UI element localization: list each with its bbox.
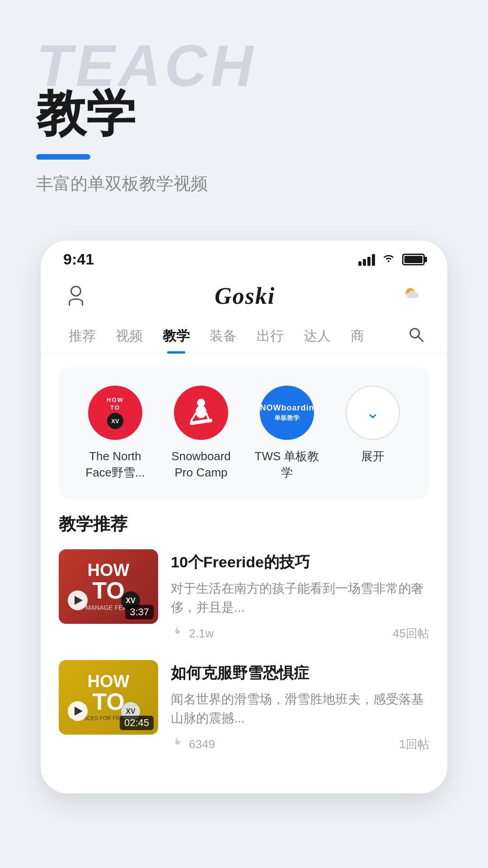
status-bar: 9:41: [41, 241, 447, 273]
tab-gear[interactable]: 装备: [200, 319, 247, 354]
expand-icon: ⌄: [346, 386, 400, 440]
rec-views-1: 2.1w: [171, 625, 214, 642]
tab-recommend[interactable]: 推荐: [59, 319, 106, 354]
spc-label: Snowboard Pro Camp: [165, 448, 237, 481]
rec-info-2: 如何克服野雪恐惧症 闻名世界的滑雪场，滑雪胜地班夫，感受落基山脉的震撼... 6…: [171, 660, 429, 753]
profile-icon[interactable]: [63, 283, 89, 308]
tnf-label: The North Face野雪...: [79, 448, 151, 481]
subtitle-text: 丰富的单双板教学视频: [36, 172, 452, 195]
chevron-down-icon: ⌄: [366, 403, 380, 422]
rec-meta-2: 6349 1回帖: [171, 736, 429, 753]
rec-desc-2: 闻名世界的滑雪场，滑雪胜地班夫，感受落基山脉的震撼...: [171, 690, 429, 728]
phone-mockup: 9:41 Goski: [41, 241, 447, 793]
signal-icon: [358, 253, 375, 266]
category-expand[interactable]: ⌄ 展开: [337, 386, 409, 464]
recommendations-section: 教学推荐 HOW TO MANAGE FEAR XV 3:37 10个Freer…: [41, 513, 447, 753]
rec-item-1[interactable]: HOW TO MANAGE FEAR XV 3:37 10个Freeride的技…: [59, 549, 429, 642]
thumbnail-1: HOW TO MANAGE FEAR XV 3:37: [59, 549, 158, 624]
wifi-icon: [381, 252, 396, 266]
views-count-2: 6349: [189, 737, 215, 751]
tab-shop[interactable]: 商: [341, 319, 374, 354]
rec-title-1: 10个Freeride的技巧: [171, 552, 429, 572]
weather-icon[interactable]: [401, 282, 425, 310]
status-icons: [358, 252, 425, 266]
nav-tabs: 推荐 视频 教学 装备 出行 达人 商: [41, 319, 447, 354]
comments-1: 45回帖: [393, 626, 429, 642]
tab-teach[interactable]: 教学: [153, 319, 200, 354]
tab-expert[interactable]: 达人: [294, 319, 341, 354]
expand-label: 展开: [361, 448, 385, 464]
app-logo: Goski: [215, 283, 275, 309]
spc-icon: [174, 386, 228, 440]
blue-accent-bar: [36, 154, 90, 160]
duration-badge-1: 3:37: [125, 605, 154, 619]
category-spc[interactable]: Snowboard Pro Camp: [165, 386, 237, 481]
battery-icon: [402, 254, 425, 265]
svg-line-5: [191, 414, 196, 421]
rec-desc-1: 对于生活在南方的孩子能看到一场雪非常的奢侈，并且是...: [171, 579, 429, 617]
fire-icon: [171, 625, 184, 642]
recommendations-title: 教学推荐: [59, 513, 429, 536]
app-header: Goski: [41, 273, 447, 319]
category-tnf[interactable]: HOW TO XV The North Face野雪...: [79, 386, 151, 481]
rec-title-2: 如何克服野雪恐惧症: [171, 663, 429, 683]
tws-label: TWS 单板教 学: [251, 448, 323, 481]
play-button-2[interactable]: [68, 701, 88, 721]
category-tws[interactable]: SNOWboarding 单板教学 TWS 单板教 学: [251, 386, 323, 481]
tws-icon: SNOWboarding 单板教学: [260, 386, 314, 440]
background-section: TEACH 教学 丰富的单双板教学视频: [0, 0, 488, 222]
rec-meta-1: 2.1w 45回帖: [171, 625, 429, 642]
thumbnail-2: HOW TO 10 TRICKS FOR FREERIDING XV 02:45: [59, 660, 158, 735]
category-section: HOW TO XV The North Face野雪...: [59, 368, 429, 499]
rec-views-2: 6349: [171, 736, 215, 753]
svg-line-2: [418, 336, 423, 341]
rec-item-2[interactable]: HOW TO 10 TRICKS FOR FREERIDING XV 02:45…: [59, 660, 429, 753]
search-icon[interactable]: [403, 321, 429, 351]
rec-info-1: 10个Freeride的技巧 对于生活在南方的孩子能看到一场雪非常的奢侈，并且是…: [171, 549, 429, 642]
views-count-1: 2.1w: [189, 627, 214, 641]
fire-icon-2: [171, 736, 184, 753]
tnf-icon: HOW TO XV: [88, 386, 142, 440]
play-button-1[interactable]: [68, 590, 88, 610]
svg-point-4: [196, 406, 206, 418]
category-items: HOW TO XV The North Face野雪...: [72, 386, 416, 481]
status-time: 9:41: [63, 250, 94, 268]
comments-2: 1回帖: [399, 736, 429, 752]
duration-badge-2: 02:45: [120, 716, 154, 730]
tab-travel[interactable]: 出行: [247, 319, 294, 354]
tab-video[interactable]: 视频: [106, 319, 153, 354]
